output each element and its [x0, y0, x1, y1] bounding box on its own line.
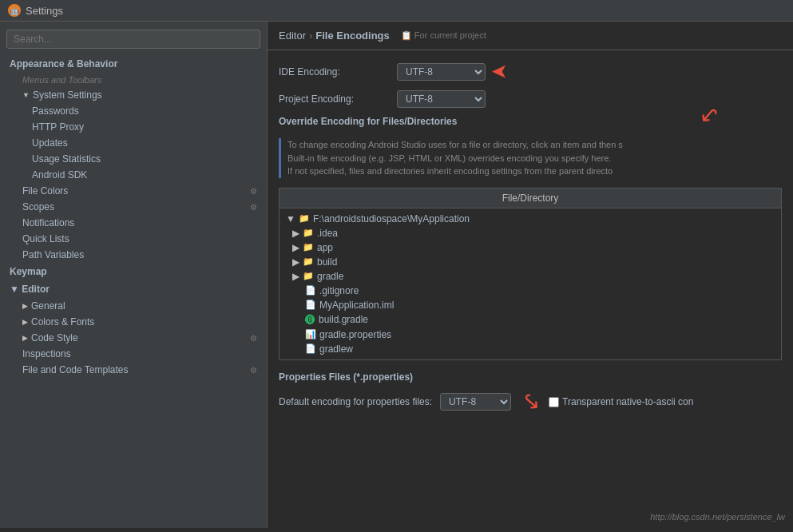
- sidebar-item-scopes[interactable]: Scopes ⚙: [0, 199, 267, 215]
- section-appearance-behavior: Appearance & Behavior: [0, 55, 267, 73]
- file-name-idea: .idea: [317, 228, 338, 239]
- file-row-build-gradle[interactable]: 🅖 build.gradle: [280, 312, 781, 328]
- sidebar-item-system-settings[interactable]: ▼ System Settings: [0, 87, 267, 103]
- file-directory-table: File/Directory ▼ 📁 F:\androidstudiospace…: [279, 188, 782, 360]
- ide-encoding-row: IDE Encoding: UTF-8 UTF-16 ISO-8859-1 ➤: [279, 62, 782, 82]
- file-row-build-folder[interactable]: ▶ 📁 build: [280, 255, 781, 269]
- sidebar-item-code-style[interactable]: ▶ Code Style ⚙: [0, 330, 267, 346]
- section-keymap: Keymap: [0, 263, 267, 280]
- file-table-header: File/Directory: [280, 189, 781, 208]
- sidebar-item-file-colors[interactable]: File Colors ⚙: [0, 183, 267, 199]
- breadcrumb-editor: Editor: [279, 30, 306, 42]
- properties-row: Default encoding for properties files: U…: [279, 389, 782, 415]
- ide-encoding-arrow: ➤: [492, 62, 506, 82]
- project-encoding-label: Project Encoding:: [279, 93, 391, 105]
- file-name-app: app: [317, 242, 333, 253]
- file-icon-gradlew: 📄: [305, 343, 316, 354]
- breadcrumb-separator: ›: [309, 30, 312, 42]
- breadcrumb-file-encodings: File Encodings: [315, 30, 389, 42]
- gear-icon-scopes: ⚙: [250, 203, 257, 212]
- editor-expand-arrow: ▼: [10, 284, 19, 295]
- file-name-iml: MyApplication.iml: [319, 300, 394, 311]
- ide-encoding-label: IDE Encoding:: [279, 66, 391, 77]
- title-bar: 🤖 Settings: [0, 0, 793, 22]
- folder-icon-gradle: 📁: [303, 271, 314, 281]
- sidebar-item-colors-fonts[interactable]: ▶ Colors & Fonts: [0, 314, 267, 330]
- folder-icon-root: 📁: [299, 213, 310, 224]
- gear-icon: ⚙: [250, 187, 257, 196]
- file-row-iml[interactable]: 📄 MyApplication.iml: [280, 298, 781, 312]
- expand-arrow: ▼: [22, 91, 30, 99]
- sidebar-item-http-proxy[interactable]: HTTP Proxy: [0, 119, 267, 135]
- file-row-gradle-folder[interactable]: ▶ 📁 gradle: [280, 269, 781, 284]
- desc-line2: Built-in file encoding (e.g. JSP, HTML o…: [287, 152, 782, 165]
- file-name-root: F:\androidstudiospace\MyApplication: [313, 213, 470, 224]
- expand-icon-gradle-folder: ▶: [292, 271, 299, 282]
- code-style-arrow: ▶: [22, 334, 28, 342]
- folder-icon-build: 📁: [303, 256, 314, 267]
- breadcrumb: Editor › File Encodings 📋 For current pr…: [268, 22, 793, 50]
- content-area: Editor › File Encodings 📋 For current pr…: [268, 22, 793, 528]
- expand-icon-root: ▼: [286, 213, 295, 224]
- transparent-checkbox-label[interactable]: Transparent native-to-ascii con: [549, 396, 693, 407]
- file-name-gradle-folder: gradle: [317, 271, 343, 282]
- default-encoding-label: Default encoding for properties files:: [279, 396, 432, 407]
- sidebar-item-general[interactable]: ▶ General: [0, 298, 267, 314]
- sidebar: Appearance & Behavior Menus and Toolbars…: [0, 22, 268, 528]
- project-encoding-dropdown[interactable]: UTF-8 UTF-16 ISO-8859-1: [397, 90, 486, 108]
- transparent-label-text: Transparent native-to-ascii con: [562, 396, 693, 407]
- sidebar-item-passwords[interactable]: Passwords: [0, 103, 267, 119]
- section-description: To change encoding Android Studio uses f…: [279, 138, 782, 178]
- desc-line1: To change encoding Android Studio uses f…: [287, 138, 782, 152]
- file-row-gradlew[interactable]: 📄 gradlew: [280, 342, 781, 356]
- file-row-idea[interactable]: ▶ 📁 .idea: [280, 226, 781, 240]
- sidebar-item-path-variables[interactable]: Path Variables: [0, 247, 267, 263]
- properties-arrow: ↩: [516, 386, 547, 418]
- sidebar-item-usage-statistics[interactable]: Usage Statistics: [0, 151, 267, 167]
- default-encoding-dropdown[interactable]: UTF-8 UTF-16: [440, 393, 511, 411]
- file-row-gitignore[interactable]: 📄 .gitignore: [280, 284, 781, 298]
- file-name-build-gradle: build.gradle: [319, 314, 368, 325]
- file-row-app[interactable]: ▶ 📁 app: [280, 240, 781, 255]
- file-icon-gitignore: 📄: [305, 285, 316, 296]
- current-project-label: 📋 For current project: [401, 30, 486, 41]
- file-name-build-folder: build: [317, 256, 337, 268]
- search-input[interactable]: [6, 30, 260, 49]
- content-body: IDE Encoding: UTF-8 UTF-16 ISO-8859-1 ➤ …: [268, 50, 793, 427]
- file-row-root[interactable]: ▼ 📁 F:\androidstudiospace\MyApplication: [280, 212, 781, 226]
- properties-section-title: Properties Files (*.properties): [279, 371, 782, 383]
- sidebar-item-android-sdk[interactable]: Android SDK: [0, 167, 267, 183]
- file-name-gradle-properties: gradle.properties: [319, 329, 391, 340]
- file-icon-build-gradle: 🅖: [305, 314, 315, 326]
- sidebar-item-quick-lists[interactable]: Quick Lists: [0, 231, 267, 247]
- file-name-gradlew: gradlew: [319, 343, 353, 355]
- file-icon-gradle-properties: 📊: [305, 329, 316, 339]
- general-arrow: ▶: [22, 302, 28, 310]
- gear-icon-templates: ⚙: [250, 366, 257, 375]
- transparent-checkbox[interactable]: [549, 397, 559, 407]
- sidebar-item-file-code-templates[interactable]: File and Code Templates ⚙: [0, 362, 267, 378]
- sidebar-item-inspections[interactable]: Inspections: [0, 346, 267, 362]
- colors-arrow: ▶: [22, 318, 28, 326]
- sidebar-item-updates[interactable]: Updates: [0, 135, 267, 151]
- file-row-gradle-properties[interactable]: 📊 gradle.properties: [280, 328, 781, 342]
- file-icon-iml: 📄: [305, 300, 316, 310]
- file-tree: ▼ 📁 F:\androidstudiospace\MyApplication …: [280, 208, 781, 359]
- window-title: Settings: [26, 5, 63, 17]
- gear-icon-code-style: ⚙: [250, 334, 257, 343]
- properties-section: Properties Files (*.properties) Default …: [279, 371, 782, 415]
- expand-icon-idea: ▶: [292, 228, 299, 239]
- sidebar-item-notifications[interactable]: Notifications: [0, 215, 267, 231]
- desc-line3: If not specified, files and directories …: [287, 165, 782, 178]
- file-name-gitignore: .gitignore: [319, 285, 359, 296]
- expand-icon-app: ▶: [292, 242, 299, 253]
- section-editor[interactable]: ▼ Editor: [0, 280, 267, 298]
- folder-icon-idea: 📁: [303, 228, 314, 238]
- sidebar-item-menus-toolbars[interactable]: Menus and Toolbars: [0, 73, 267, 87]
- ide-encoding-dropdown[interactable]: UTF-8 UTF-16 ISO-8859-1: [397, 63, 486, 81]
- folder-icon-app: 📁: [303, 242, 314, 252]
- bottom-url: http://blog.csdn.net/persistence_lw: [650, 512, 785, 522]
- expand-icon-build: ▶: [292, 256, 299, 268]
- app-icon: 🤖: [8, 4, 21, 17]
